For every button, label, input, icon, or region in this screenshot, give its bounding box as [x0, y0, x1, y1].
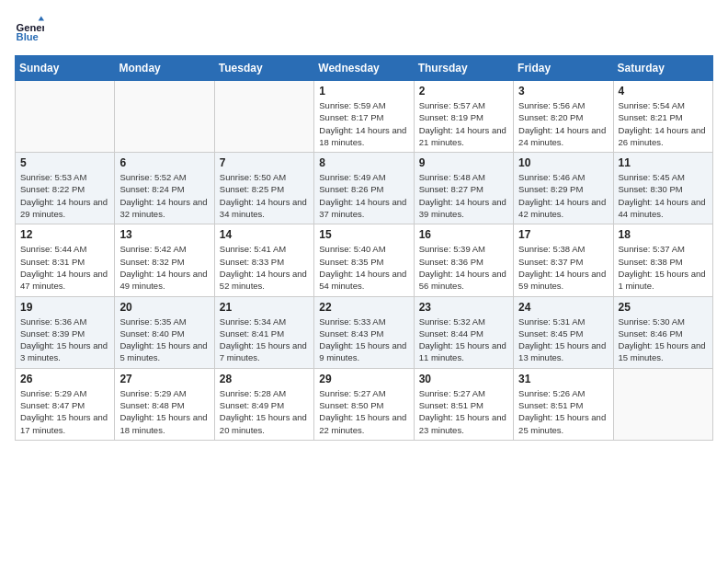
day-info: Sunrise: 5:40 AM Sunset: 8:35 PM Dayligh… [319, 243, 408, 292]
day-number: 17 [518, 228, 608, 241]
day-cell: 12Sunrise: 5:44 AM Sunset: 8:31 PM Dayli… [16, 224, 115, 296]
day-number: 21 [220, 301, 309, 314]
day-number: 27 [119, 373, 209, 385]
day-cell: 10Sunrise: 5:46 AM Sunset: 8:29 PM Dayli… [514, 153, 613, 224]
day-info: Sunrise: 5:42 AM Sunset: 8:32 PM Dayligh… [119, 243, 209, 292]
day-number: 8 [319, 156, 408, 169]
day-info: Sunrise: 5:27 AM Sunset: 8:51 PM Dayligh… [419, 387, 508, 436]
day-cell: 20Sunrise: 5:35 AM Sunset: 8:40 PM Dayli… [115, 296, 214, 368]
day-number: 7 [220, 156, 309, 169]
day-info: Sunrise: 5:52 AM Sunset: 8:24 PM Dayligh… [119, 171, 209, 220]
day-cell: 9Sunrise: 5:48 AM Sunset: 8:27 PM Daylig… [414, 153, 513, 224]
week-row-4: 19Sunrise: 5:36 AM Sunset: 8:39 PM Dayli… [16, 296, 713, 368]
day-number: 28 [220, 373, 309, 385]
day-number: 25 [619, 301, 708, 314]
day-cell: 16Sunrise: 5:39 AM Sunset: 8:36 PM Dayli… [414, 224, 513, 296]
day-cell: 13Sunrise: 5:42 AM Sunset: 8:32 PM Dayli… [115, 224, 214, 296]
day-cell: 15Sunrise: 5:40 AM Sunset: 8:35 PM Dayli… [314, 224, 414, 296]
day-info: Sunrise: 5:57 AM Sunset: 8:19 PM Dayligh… [419, 99, 508, 148]
day-info: Sunrise: 5:53 AM Sunset: 8:22 PM Dayligh… [20, 171, 109, 220]
day-number: 4 [619, 85, 708, 98]
weekday-header-thursday: Thursday [414, 56, 513, 81]
day-number: 22 [319, 301, 408, 314]
day-cell: 25Sunrise: 5:30 AM Sunset: 8:46 PM Dayli… [613, 296, 712, 368]
day-info: Sunrise: 5:30 AM Sunset: 8:46 PM Dayligh… [619, 316, 708, 364]
day-number: 19 [20, 301, 109, 314]
svg-text:Blue: Blue [17, 31, 39, 42]
day-number: 16 [419, 228, 508, 241]
day-info: Sunrise: 5:32 AM Sunset: 8:44 PM Dayligh… [419, 316, 508, 364]
weekday-header-monday: Monday [115, 56, 214, 81]
day-number: 24 [518, 301, 608, 314]
day-number: 20 [119, 301, 209, 314]
day-info: Sunrise: 5:29 AM Sunset: 8:48 PM Dayligh… [119, 387, 209, 436]
day-cell: 7Sunrise: 5:50 AM Sunset: 8:25 PM Daylig… [214, 153, 313, 224]
day-cell: 27Sunrise: 5:29 AM Sunset: 8:48 PM Dayli… [115, 368, 214, 440]
weekday-header-wednesday: Wednesday [314, 56, 414, 81]
day-number: 11 [619, 156, 708, 169]
day-info: Sunrise: 5:41 AM Sunset: 8:33 PM Dayligh… [220, 243, 309, 292]
day-info: Sunrise: 5:31 AM Sunset: 8:45 PM Dayligh… [518, 316, 608, 364]
day-number: 18 [619, 228, 708, 241]
day-number: 5 [20, 156, 109, 169]
svg-marker-2 [39, 17, 44, 21]
day-info: Sunrise: 5:36 AM Sunset: 8:39 PM Dayligh… [20, 316, 109, 364]
day-number: 2 [419, 85, 508, 98]
day-cell: 30Sunrise: 5:27 AM Sunset: 8:51 PM Dayli… [414, 368, 513, 440]
day-info: Sunrise: 5:28 AM Sunset: 8:49 PM Dayligh… [220, 387, 309, 436]
weekday-header-row: SundayMondayTuesdayWednesdayThursdayFrid… [16, 56, 713, 81]
day-info: Sunrise: 5:27 AM Sunset: 8:50 PM Dayligh… [319, 387, 408, 436]
day-cell: 18Sunrise: 5:37 AM Sunset: 8:38 PM Dayli… [613, 224, 712, 296]
day-info: Sunrise: 5:37 AM Sunset: 8:38 PM Dayligh… [619, 243, 708, 292]
logo-icon: General Blue [15, 15, 44, 44]
day-cell: 17Sunrise: 5:38 AM Sunset: 8:37 PM Dayli… [514, 224, 613, 296]
day-cell: 26Sunrise: 5:29 AM Sunset: 8:47 PM Dayli… [16, 368, 115, 440]
day-cell: 6Sunrise: 5:52 AM Sunset: 8:24 PM Daylig… [115, 153, 214, 224]
day-cell: 3Sunrise: 5:56 AM Sunset: 8:20 PM Daylig… [514, 81, 613, 153]
day-number: 14 [220, 228, 309, 241]
day-cell: 29Sunrise: 5:27 AM Sunset: 8:50 PM Dayli… [314, 368, 414, 440]
day-number: 26 [20, 373, 109, 385]
week-row-3: 12Sunrise: 5:44 AM Sunset: 8:31 PM Dayli… [16, 224, 713, 296]
day-cell: 5Sunrise: 5:53 AM Sunset: 8:22 PM Daylig… [16, 153, 115, 224]
day-cell: 8Sunrise: 5:49 AM Sunset: 8:26 PM Daylig… [314, 153, 414, 224]
day-cell [613, 368, 712, 440]
day-info: Sunrise: 5:54 AM Sunset: 8:21 PM Dayligh… [619, 99, 708, 148]
day-cell: 23Sunrise: 5:32 AM Sunset: 8:44 PM Dayli… [414, 296, 513, 368]
day-cell: 22Sunrise: 5:33 AM Sunset: 8:43 PM Dayli… [314, 296, 414, 368]
weekday-header-sunday: Sunday [16, 56, 115, 81]
day-number: 9 [419, 156, 508, 169]
day-cell: 28Sunrise: 5:28 AM Sunset: 8:49 PM Dayli… [214, 368, 313, 440]
week-row-2: 5Sunrise: 5:53 AM Sunset: 8:22 PM Daylig… [16, 153, 713, 224]
day-number: 10 [518, 156, 608, 169]
calendar-table: SundayMondayTuesdayWednesdayThursdayFrid… [15, 55, 713, 441]
week-row-1: 1Sunrise: 5:59 AM Sunset: 8:17 PM Daylig… [16, 81, 713, 153]
day-info: Sunrise: 5:33 AM Sunset: 8:43 PM Dayligh… [319, 316, 408, 364]
day-cell: 2Sunrise: 5:57 AM Sunset: 8:19 PM Daylig… [414, 81, 513, 153]
page-header: General Blue [15, 15, 713, 44]
day-number: 30 [419, 373, 508, 385]
day-number: 12 [20, 228, 109, 241]
day-cell: 4Sunrise: 5:54 AM Sunset: 8:21 PM Daylig… [613, 81, 712, 153]
weekday-header-saturday: Saturday [613, 56, 712, 81]
week-row-5: 26Sunrise: 5:29 AM Sunset: 8:47 PM Dayli… [16, 368, 713, 440]
day-cell [214, 81, 313, 153]
day-info: Sunrise: 5:45 AM Sunset: 8:30 PM Dayligh… [619, 171, 708, 220]
day-cell: 19Sunrise: 5:36 AM Sunset: 8:39 PM Dayli… [16, 296, 115, 368]
day-number: 23 [419, 301, 508, 314]
day-cell: 14Sunrise: 5:41 AM Sunset: 8:33 PM Dayli… [214, 224, 313, 296]
day-info: Sunrise: 5:35 AM Sunset: 8:40 PM Dayligh… [119, 316, 209, 364]
day-number: 3 [518, 85, 608, 98]
day-number: 29 [319, 373, 408, 385]
weekday-header-tuesday: Tuesday [214, 56, 313, 81]
day-number: 1 [319, 85, 408, 98]
day-cell: 31Sunrise: 5:26 AM Sunset: 8:51 PM Dayli… [514, 368, 613, 440]
day-cell [16, 81, 115, 153]
day-info: Sunrise: 5:48 AM Sunset: 8:27 PM Dayligh… [419, 171, 508, 220]
day-cell: 21Sunrise: 5:34 AM Sunset: 8:41 PM Dayli… [214, 296, 313, 368]
day-number: 15 [319, 228, 408, 241]
day-info: Sunrise: 5:46 AM Sunset: 8:29 PM Dayligh… [518, 171, 608, 220]
day-number: 13 [119, 228, 209, 241]
day-number: 6 [119, 156, 209, 169]
day-info: Sunrise: 5:29 AM Sunset: 8:47 PM Dayligh… [20, 387, 109, 436]
